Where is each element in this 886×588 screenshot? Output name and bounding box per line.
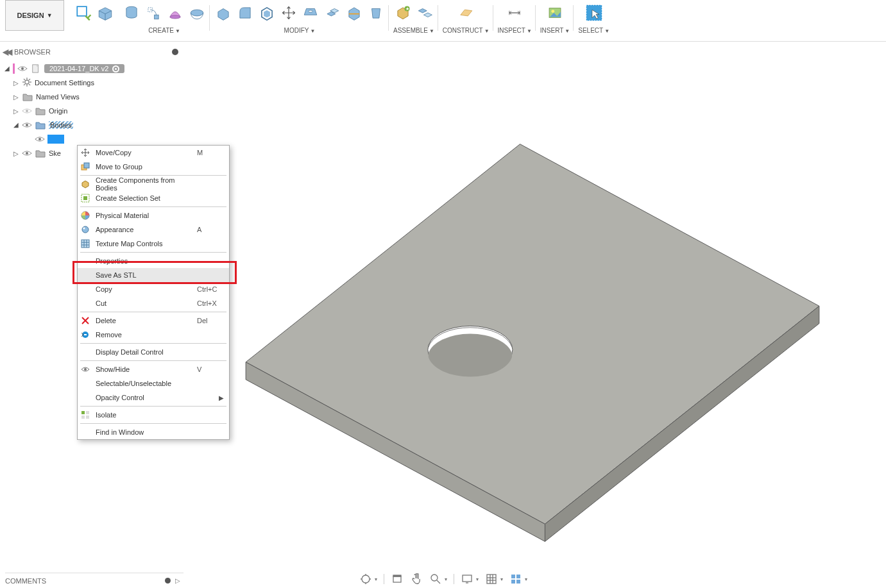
delete-icon <box>80 315 90 326</box>
svg-point-42 <box>82 226 89 233</box>
loft-icon[interactable] <box>166 4 184 22</box>
insert-image-icon[interactable] <box>546 4 564 22</box>
joint-icon[interactable] <box>416 4 434 22</box>
sweep-icon[interactable] <box>144 4 162 22</box>
hole-icon[interactable] <box>302 4 319 22</box>
design-mode-label: DESIGN <box>17 12 44 19</box>
design-mode-button[interactable]: DESIGN ▼ <box>5 0 64 31</box>
plane-icon[interactable] <box>457 4 475 22</box>
cm-separator <box>80 406 226 407</box>
cm-selectable[interactable]: Selectable/Unselectable <box>78 376 229 391</box>
svg-rect-38 <box>84 163 89 168</box>
ribbon: DESIGN ▼ CREATE▼ <box>0 0 886 42</box>
cm-create-selection[interactable]: Create Selection Set <box>78 191 229 205</box>
new-component-icon[interactable]: ★ <box>394 4 412 22</box>
grid-icon[interactable] <box>485 573 498 585</box>
cm-show-hide-short: V <box>197 365 224 373</box>
cm-move-copy-short: M <box>197 149 224 156</box>
comments-dot-icon[interactable] <box>165 578 171 584</box>
cm-separator <box>80 252 226 253</box>
eye-icon <box>80 364 90 374</box>
component-icon <box>80 179 90 189</box>
svg-point-60 <box>431 575 438 581</box>
draft-icon[interactable] <box>367 4 385 22</box>
material-icon <box>80 210 90 221</box>
cm-texture-map[interactable]: Texture Map Controls <box>78 237 229 251</box>
revolve-icon[interactable] <box>188 4 206 22</box>
svg-rect-40 <box>83 196 87 200</box>
svg-point-4 <box>170 15 180 19</box>
display-settings-icon[interactable] <box>461 573 473 585</box>
cm-delete[interactable]: Delete Del <box>78 314 229 328</box>
comments-label: COMMENTS <box>5 577 46 585</box>
cm-display-detail[interactable]: Display Detail Control <box>78 345 229 359</box>
model-plate <box>218 138 847 567</box>
cm-separator <box>80 175 226 176</box>
orbit-icon[interactable] <box>359 573 372 585</box>
cm-appearance-label: Appearance <box>96 226 192 233</box>
cm-cut-short: Ctrl+X <box>197 299 224 307</box>
cm-copy-short: Ctrl+C <box>197 285 224 293</box>
cm-cut[interactable]: Cut Ctrl+X <box>78 296 229 310</box>
cm-separator <box>80 423 226 424</box>
cm-remove-label: Remove <box>96 331 192 339</box>
comments-bar[interactable]: COMMENTS ▷ <box>5 573 183 588</box>
cm-find-window[interactable]: Find in Window <box>78 425 229 439</box>
split-icon[interactable] <box>345 4 363 22</box>
press-pull-icon[interactable] <box>214 4 232 22</box>
shell-icon[interactable] <box>258 4 276 22</box>
inspect-label: INSPECT <box>498 27 525 34</box>
cm-show-hide-label: Show/Hide <box>96 365 192 373</box>
cylinder-icon[interactable] <box>123 4 141 22</box>
svg-rect-53 <box>81 411 85 414</box>
sketch-icon[interactable] <box>74 4 92 22</box>
cm-appearance[interactable]: Appearance A <box>78 223 229 237</box>
caret-down-icon: ▼ <box>47 12 53 19</box>
move-icon[interactable] <box>280 4 298 22</box>
select-group: SELECT▼ <box>574 1 614 40</box>
selection-set-icon <box>80 193 90 203</box>
modify-group: MODIFY▼ <box>210 1 389 40</box>
cm-move-to-group[interactable]: Move to Group <box>78 160 229 174</box>
svg-rect-62 <box>463 575 472 582</box>
cm-isolate[interactable]: Isolate <box>78 408 229 422</box>
svg-line-61 <box>437 580 440 584</box>
cm-copy-label: Copy <box>96 285 192 293</box>
viewport-layout-icon[interactable] <box>509 573 522 585</box>
measure-icon[interactable] <box>506 4 524 22</box>
cm-show-hide[interactable]: Show/Hide V <box>78 362 229 376</box>
move-icon <box>80 147 90 158</box>
svg-rect-44 <box>81 240 89 248</box>
svg-rect-55 <box>81 416 85 419</box>
cm-delete-short: Del <box>197 317 224 324</box>
solid-tools <box>71 1 119 40</box>
pan-icon[interactable] <box>410 573 423 585</box>
svg-rect-3 <box>155 15 159 19</box>
cm-create-components[interactable]: Create Components from Bodies <box>78 177 229 191</box>
insert-group: INSERT▼ <box>536 1 574 40</box>
select-tool-icon[interactable] <box>585 4 603 22</box>
cm-selectable-label: Selectable/Unselectable <box>96 380 192 387</box>
svg-point-5 <box>191 10 203 16</box>
look-at-icon[interactable] <box>391 573 404 585</box>
cm-physical-material-label: Physical Material <box>96 212 192 219</box>
cm-properties[interactable]: Properties <box>78 254 229 268</box>
cm-opacity[interactable]: Opacity Control ▶ <box>78 391 229 405</box>
comments-expand-icon[interactable]: ▷ <box>175 577 181 584</box>
cm-physical-material[interactable]: Physical Material <box>78 208 229 223</box>
cm-separator <box>80 360 226 361</box>
combine-icon[interactable] <box>323 4 341 22</box>
insert-label: INSERT <box>540 27 564 34</box>
cm-save-stl[interactable]: Save As STL <box>78 268 229 282</box>
context-menu: Move/Copy M Move to Group Create Compone… <box>77 145 230 440</box>
box-icon[interactable] <box>96 4 114 22</box>
zoom-icon[interactable] <box>429 573 442 585</box>
cm-move-copy[interactable]: Move/Copy M <box>78 146 229 160</box>
cm-remove[interactable]: Remove <box>78 328 229 342</box>
assemble-group: ★ ASSEMBLE▼ <box>389 1 439 40</box>
svg-rect-59 <box>393 575 401 576</box>
fillet-icon[interactable] <box>236 4 254 22</box>
svg-rect-70 <box>516 575 520 578</box>
cm-copy[interactable]: Copy Ctrl+C <box>78 282 229 296</box>
svg-marker-17 <box>246 144 819 525</box>
